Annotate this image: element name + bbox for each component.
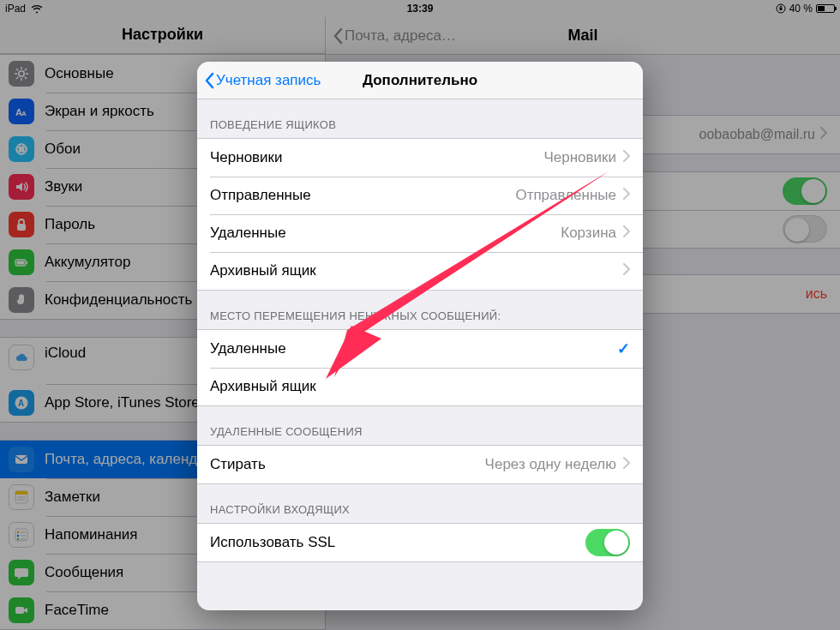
chevron-right-icon — [623, 187, 630, 204]
modal-back-button[interactable]: Учетная запись — [204, 72, 321, 89]
section-deleted: УДАЛЕННЫЕ СООБЩЕНИЯ — [197, 406, 643, 445]
mailbox-row-3[interactable]: Архивный ящик — [197, 252, 643, 290]
move-row-1[interactable]: Архивный ящик — [197, 368, 643, 405]
mailbox-row-value: Корзина — [561, 225, 616, 242]
mailbox-row-label: Архивный ящик — [210, 262, 316, 279]
mailbox-row-0[interactable]: ЧерновикиЧерновики — [197, 139, 643, 177]
checkmark-icon: ✓ — [617, 339, 630, 358]
use-ssl-row[interactable]: Использовать SSL — [197, 524, 643, 561]
ssl-toggle[interactable] — [585, 529, 630, 556]
chevron-right-icon — [623, 456, 630, 473]
advanced-modal: Учетная запись Дополнительно ПОВЕДЕНИЕ Я… — [197, 62, 643, 610]
mailbox-row-label: Удаленные — [210, 225, 286, 242]
erase-label: Стирать — [210, 456, 266, 473]
mailbox-row-2[interactable]: УдаленныеКорзина — [197, 214, 643, 252]
section-move-discarded: МЕСТО ПЕРЕМЕЩЕНИЯ НЕНУЖНЫХ СООБЩЕНИЙ: — [197, 291, 643, 329]
use-ssl-label: Использовать SSL — [210, 534, 335, 551]
modal-title: Дополнительно — [363, 72, 477, 89]
mailbox-row-value: Отправленные — [515, 187, 616, 204]
mailbox-row-1[interactable]: ОтправленныеОтправленные — [197, 177, 643, 214]
mailbox-row-value: Черновики — [543, 149, 616, 166]
chevron-right-icon — [623, 262, 630, 279]
chevron-right-icon — [623, 225, 630, 242]
erase-value: Через одну неделю — [485, 456, 616, 473]
chevron-right-icon — [623, 149, 630, 166]
move-row-0[interactable]: Удаленные✓ — [197, 330, 643, 368]
move-row-label: Архивный ящик — [210, 378, 316, 395]
chevron-left-icon — [204, 72, 214, 89]
device-root: iPad 13:39 40 % Настройки ОсновныеAAЭкра… — [0, 0, 840, 630]
mailbox-row-label: Черновики — [210, 149, 283, 166]
mailbox-row-label: Отправленные — [210, 187, 311, 204]
modal-back-label: Учетная запись — [216, 72, 321, 89]
erase-row[interactable]: Стирать Через одну неделю — [197, 446, 643, 483]
section-mailbox-behavior: ПОВЕДЕНИЕ ЯЩИКОВ — [197, 99, 643, 138]
move-row-label: Удаленные — [210, 340, 286, 357]
section-incoming: НАСТРОЙКИ ВХОДЯЩИХ — [197, 484, 643, 523]
